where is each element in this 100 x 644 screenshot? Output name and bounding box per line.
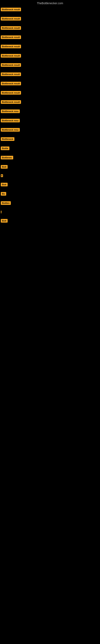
bottleneck-item: Bo: [1, 191, 100, 200]
bottleneck-badge[interactable]: Bottleneck resu: [1, 110, 20, 113]
bottleneck-badge[interactable]: Bottle: [1, 146, 9, 150]
bottleneck-badge[interactable]: Bottleneck resu: [1, 128, 20, 132]
bottleneck-item: Bottleneck resu: [1, 109, 100, 118]
bottleneck-item: Bott: [1, 182, 100, 191]
bottleneck-badge[interactable]: Bott: [1, 219, 8, 222]
bottleneck-item: Bottleneck result: [1, 34, 100, 44]
bottleneck-item: Bott: [1, 218, 100, 228]
bottleneck-badge[interactable]: Bottleneck resu: [1, 119, 20, 122]
items-container: Bottleneck resultBottleneck resultBottle…: [0, 7, 100, 228]
bottleneck-item: Bott: [1, 164, 100, 174]
bottleneck-item: Bottleneck result: [1, 25, 100, 34]
bottleneck-badge[interactable]: |: [1, 211, 1, 213]
bottleneck-badge[interactable]: Bottleneck: [1, 137, 14, 141]
site-title: TheBottlenecker.com: [0, 0, 100, 7]
bottleneck-item: Bottleneck: [1, 136, 100, 146]
bottleneck-item: B: [1, 174, 100, 182]
bottleneck-badge[interactable]: Bottleneck result: [1, 36, 21, 39]
bottleneck-item: Bottlen: [1, 200, 100, 210]
bottleneck-badge[interactable]: Bottlen: [1, 201, 11, 205]
bottleneck-badge[interactable]: Bottleneck result: [1, 45, 21, 48]
bottleneck-badge[interactable]: Bottleneck result: [1, 63, 21, 67]
bottleneck-badge[interactable]: Bottleneck result: [1, 54, 21, 58]
bottleneck-item: Bottleneck resu: [1, 127, 100, 136]
bottleneck-item: Bottlenec: [1, 155, 100, 164]
bottleneck-item: Bottleneck resu: [1, 118, 100, 127]
bottleneck-badge[interactable]: Bottleneck result: [1, 100, 21, 104]
bottleneck-badge[interactable]: Bottleneck result: [1, 72, 21, 76]
bottleneck-item: Bottleneck result: [1, 16, 100, 25]
bottleneck-item: Bottleneck result: [1, 62, 100, 72]
bottleneck-item: Bottleneck result: [1, 90, 100, 100]
bottleneck-badge[interactable]: Bottleneck result: [1, 8, 21, 11]
bottleneck-badge[interactable]: Bottleneck result: [1, 17, 21, 20]
bottleneck-item: Bottleneck result: [1, 100, 100, 109]
bottleneck-item: Bottleneck result: [1, 53, 100, 62]
bottleneck-badge[interactable]: Bottleneck result: [1, 82, 21, 85]
bottleneck-badge[interactable]: Bottleneck result: [1, 26, 21, 30]
bottleneck-badge[interactable]: B: [1, 174, 3, 177]
bottleneck-item: Bottleneck result: [1, 7, 100, 16]
bottleneck-item: |: [1, 210, 100, 218]
bottleneck-item: Bottleneck result: [1, 81, 100, 90]
bottleneck-badge[interactable]: Bottleneck result: [1, 91, 21, 94]
bottleneck-badge[interactable]: Bottlenec: [1, 156, 13, 160]
bottleneck-item: Bottleneck result: [1, 44, 100, 53]
bottleneck-badge[interactable]: Bott: [1, 183, 8, 186]
bottleneck-item: Bottleneck result: [1, 72, 100, 81]
bottleneck-item: Bottle: [1, 146, 100, 155]
bottleneck-badge[interactable]: Bo: [1, 192, 6, 196]
bottleneck-badge[interactable]: Bott: [1, 165, 8, 169]
